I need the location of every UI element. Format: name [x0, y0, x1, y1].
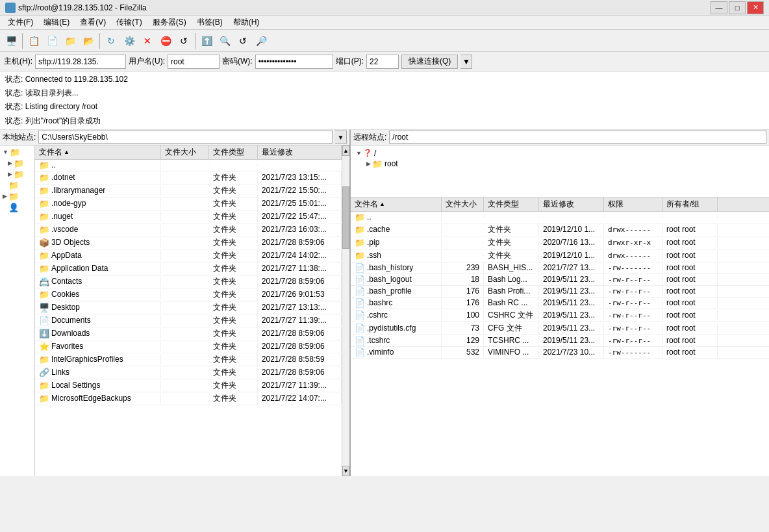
scrollbar-up[interactable]: ▲	[342, 146, 349, 156]
maximize-button[interactable]: □	[729, 1, 746, 14]
menu-server[interactable]: 服务器(S)	[147, 16, 192, 29]
col-size-header[interactable]: 文件大小	[161, 146, 210, 159]
remote-col-size-header[interactable]: 文件大小	[442, 197, 484, 211]
remote-col-name-header[interactable]: 文件名 ▲	[351, 197, 442, 211]
speed-icon[interactable]: 🔎	[253, 32, 270, 49]
local-file-row[interactable]: 🖥️ Desktop 文件夹 2021/7/27 13:13:...	[35, 301, 342, 314]
col-type-header[interactable]: 文件类型	[209, 146, 258, 159]
tree-item-defaultuser[interactable]: ▶ 📁	[0, 180, 34, 191]
minimize-button[interactable]: —	[711, 1, 727, 14]
local-file-row[interactable]: 📇 Contacts 文件夹 2021/7/28 8:59:06	[35, 275, 342, 288]
remote-col-perms-header[interactable]: 权限	[604, 197, 662, 211]
remote-file-row[interactable]: 📄 .cshrc 100 CSHRC 文件 2019/5/11 23... -r…	[351, 309, 769, 322]
queue-icon[interactable]: ⚙️	[121, 32, 138, 49]
user-label: 用户名(U):	[129, 56, 165, 67]
remote-path-input[interactable]	[389, 131, 766, 144]
col-name-header[interactable]: 文件名 ▲	[35, 146, 161, 159]
local-file-row[interactable]: 📁 .vscode 文件夹 2021/7/23 16:03:...	[35, 223, 342, 236]
toolbar-icon-5[interactable]: 📂	[80, 32, 97, 49]
local-file-row[interactable]: 📁 .node-gyp 文件夹 2021/7/25 15:01:...	[35, 197, 342, 210]
menu-file[interactable]: 文件(F)	[3, 16, 38, 29]
local-file-row[interactable]: 📁 .dotnet 文件夹 2021/7/23 13:15:...	[35, 171, 342, 184]
connection-bar: 主机(H): 用户名(U): 密码(W): 端口(P): 快速连接(Q) ▼	[0, 52, 769, 71]
toolbar-new-tab[interactable]: 📋	[25, 32, 42, 49]
remote-file-row[interactable]: 📁 .pip 文件夹 2020/7/16 13... drwxr-xr-x ro…	[351, 236, 769, 249]
reconnect-icon[interactable]: ↺	[175, 32, 192, 49]
pass-input[interactable]	[255, 55, 333, 69]
local-file-row[interactable]: 📁 Application Data 文件夹 2021/7/27 11:38:.…	[35, 262, 342, 275]
scrollbar-thumb[interactable]	[342, 186, 349, 248]
cancel-icon[interactable]: ✕	[139, 32, 156, 49]
local-file-row[interactable]: 📄 Documents 文件夹 2021/7/27 11:39:...	[35, 314, 342, 327]
local-path-input[interactable]	[38, 131, 333, 144]
scrollbar-down[interactable]: ▼	[342, 466, 349, 476]
reconnect2-icon[interactable]: ↺	[234, 32, 251, 49]
remote-col-owner-header[interactable]: 所有者/组	[662, 197, 718, 211]
local-file-row[interactable]: 📁 Local Settings 文件夹 2021/7/27 11:39:...	[35, 379, 342, 392]
tree-item-default[interactable]: ▶ 📁	[0, 169, 34, 180]
menu-transfer[interactable]: 传输(T)	[111, 16, 147, 29]
remote-file-row[interactable]: 📄 .pydistutils.cfg 73 CFG 文件 2019/5/11 2…	[351, 322, 769, 335]
local-file-row[interactable]: ⬇️ Downloads 文件夹 2021/7/28 8:59:06	[35, 327, 342, 340]
app-icon	[5, 3, 16, 13]
status-line-1: 状态: Connected to 119.28.135.102	[5, 73, 764, 86]
local-path-label: 本地站点:	[3, 132, 36, 143]
connect-dropdown-button[interactable]: ▼	[460, 55, 472, 69]
menu-bookmarks[interactable]: 书签(B)	[192, 16, 228, 29]
local-file-row[interactable]: 🔗 Links 文件夹 2021/7/28 8:59:06	[35, 366, 342, 379]
refresh-button[interactable]: ↻	[103, 32, 120, 49]
local-file-row[interactable]: 📁 .nuget 文件夹 2021/7/22 15:47:...	[35, 210, 342, 223]
remote-file-row[interactable]: 📁 .cache 文件夹 2019/12/10 1... drwx------ …	[351, 223, 769, 236]
local-file-row[interactable]: 📁 Cookies 文件夹 2021/7/26 9:01:53	[35, 288, 342, 301]
remote-file-row[interactable]: 📄 .viminfo 532 VIMINFO ... 2021/7/23 10.…	[351, 347, 769, 359]
toolbar-icon-1[interactable]: 🖥️	[3, 32, 19, 49]
menu-help[interactable]: 帮助(H)	[228, 16, 265, 29]
tree-item-allusers[interactable]: ▶ 📁	[0, 158, 34, 169]
local-scrollbar[interactable]: ▲ ▼	[342, 146, 349, 476]
user-input[interactable]	[168, 55, 220, 69]
menu-edit[interactable]: 编辑(E)	[38, 16, 75, 29]
toolbar-icon-3[interactable]: 📄	[44, 32, 60, 49]
local-files-container: 📁 .. 📁 .dotnet 文件夹 2021/7/23 13:15:... 📁…	[35, 160, 342, 405]
host-label: 主机(H):	[4, 56, 32, 67]
connect-button[interactable]: 快速连接(Q)	[401, 55, 458, 69]
local-file-row[interactable]: 📁 IntelGraphicsProfiles 文件夹 2021/7/28 8:…	[35, 353, 342, 366]
remote-file-row[interactable]: 📄 .bash_history 239 BASH_HIS... 2021/7/2…	[351, 262, 769, 274]
close-button[interactable]: ✕	[747, 1, 764, 14]
col-modified-header[interactable]: 最近修改	[258, 146, 342, 159]
pass-label: 密码(W):	[222, 56, 253, 67]
local-file-row[interactable]: 📦 3D Objects 文件夹 2021/7/28 8:59:06	[35, 236, 342, 249]
remote-file-row[interactable]: 📁 ..	[351, 212, 769, 223]
tree-item-public[interactable]: ▶ 📁	[0, 191, 34, 202]
disconnect-icon[interactable]: ⛔	[157, 32, 174, 49]
remote-tree-root-folder[interactable]: ▶ 📁 root	[353, 158, 766, 170]
port-input[interactable]	[366, 55, 399, 69]
menu-view[interactable]: 查看(V)	[75, 16, 111, 29]
local-file-row[interactable]: 📁 .librarymanager 文件夹 2021/7/22 15:50:..…	[35, 184, 342, 197]
local-file-row[interactable]: 📁 AppData 文件夹 2021/7/24 14:02:...	[35, 249, 342, 262]
remote-file-list[interactable]: 文件名 ▲ 文件大小 文件类型 最近修改 权限 所有者/组	[351, 197, 769, 476]
tree-item-users[interactable]: ▼ 📁	[0, 147, 34, 158]
upload-icon[interactable]: ⬆️	[198, 32, 215, 49]
port-label: 端口(P):	[336, 56, 364, 67]
remote-file-row[interactable]: 📄 .bash_profile 176 Bash Profi... 2019/5…	[351, 286, 769, 298]
local-file-row[interactable]: 📁 ..	[35, 160, 342, 171]
remote-col-type-header[interactable]: 文件类型	[484, 197, 539, 211]
remote-tree-root[interactable]: ▼ ❓ /	[353, 148, 766, 158]
toolbar-sep-2	[99, 33, 100, 49]
host-input[interactable]	[35, 55, 126, 69]
remote-file-row[interactable]: 📁 .ssh 文件夹 2019/12/10 1... drwx------ ro…	[351, 249, 769, 262]
local-path-dropdown[interactable]: ▼	[335, 131, 347, 144]
remote-tree: ▼ ❓ / ▶ 📁 root	[351, 146, 769, 197]
local-file-row[interactable]: 📁 MicrosoftEdgeBackups 文件夹 2021/7/22 14:…	[35, 392, 342, 405]
remote-file-row[interactable]: 📄 .bashrc 176 Bash RC ... 2019/5/11 23..…	[351, 298, 769, 309]
download-icon[interactable]: 🔍	[216, 32, 233, 49]
remote-col-modified-header[interactable]: 最近修改	[539, 197, 604, 211]
window-controls[interactable]: — □ ✕	[711, 1, 764, 14]
local-file-list[interactable]: 文件名 ▲ 文件大小 文件类型 最近修改 📁 ..	[35, 146, 342, 476]
toolbar-icon-4[interactable]: 📁	[62, 32, 79, 49]
remote-file-row[interactable]: 📄 .tcshrc 129 TCSHRC ... 2019/5/11 23...…	[351, 335, 769, 347]
tree-item-skyeebb[interactable]: ▶ 👤	[0, 202, 34, 213]
remote-file-row[interactable]: 📄 .bash_logout 18 Bash Log... 2019/5/11 …	[351, 274, 769, 286]
local-file-row[interactable]: ⭐ Favorites 文件夹 2021/7/28 8:59:06	[35, 340, 342, 353]
